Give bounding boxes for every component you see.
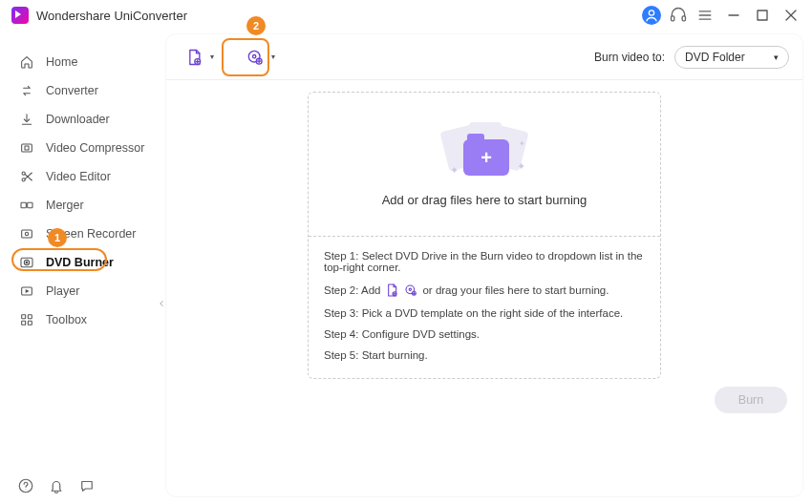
- annotation-badge-1: 1: [48, 228, 67, 247]
- close-button[interactable]: [781, 6, 801, 25]
- burn-to-label: Burn video to:: [594, 51, 665, 64]
- svg-rect-10: [22, 144, 32, 152]
- download-icon: [19, 112, 34, 127]
- svg-point-27: [26, 489, 27, 490]
- svg-rect-1: [672, 16, 674, 21]
- sidebar-item-home[interactable]: Home: [0, 48, 162, 76]
- maximize-button[interactable]: [753, 6, 772, 25]
- sidebar-item-label: Toolbox: [46, 313, 87, 326]
- chevron-down-icon[interactable]: ▾: [271, 52, 275, 61]
- titlebar: Wondershare UniConverter: [0, 0, 812, 31]
- sidebar-item-label: Player: [46, 284, 79, 298]
- add-file-icon: [384, 283, 399, 298]
- sidebar-item-downloader[interactable]: Downloader: [0, 105, 162, 134]
- sidebar-item-player[interactable]: Player: [0, 277, 162, 305]
- merger-icon: [19, 198, 34, 213]
- svg-rect-23: [28, 315, 32, 319]
- sidebar-item-toolbox[interactable]: Toolbox: [0, 305, 162, 334]
- dropzone-steps: Step 1: Select DVD Drive in the Burn vid…: [309, 236, 660, 378]
- app-title: Wondershare UniConverter: [36, 9, 187, 23]
- svg-rect-16: [22, 230, 32, 238]
- footer: Burn: [166, 379, 802, 421]
- minimize-button[interactable]: [724, 6, 743, 25]
- sidebar: Home Converter Downloader Video Compress…: [0, 31, 162, 504]
- converter-icon: [19, 83, 34, 98]
- chevron-down-icon[interactable]: ▾: [210, 52, 214, 61]
- svg-point-17: [25, 232, 28, 235]
- toolbar: ▾ ▾ Burn video to: DVD Folder ▾: [166, 34, 802, 80]
- chevron-down-icon: ▾: [774, 52, 779, 62]
- add-disc-button[interactable]: [241, 43, 269, 72]
- svg-point-34: [410, 288, 412, 290]
- sidebar-item-label: Converter: [46, 84, 98, 97]
- sidebar-item-label: Video Compressor: [46, 141, 144, 155]
- svg-rect-11: [25, 146, 29, 150]
- burn-button[interactable]: Burn: [715, 387, 787, 413]
- svg-rect-2: [682, 16, 685, 21]
- svg-rect-25: [28, 321, 32, 325]
- annotation-badge-2: 2: [246, 16, 266, 35]
- svg-point-0: [649, 10, 653, 15]
- step-4: Step 4: Configure DVD settings.: [324, 328, 645, 340]
- recorder-icon: [19, 226, 34, 242]
- feedback-icon[interactable]: [78, 477, 96, 494]
- burn-to-value: DVD Folder: [685, 51, 745, 64]
- user-account-icon[interactable]: [642, 6, 661, 25]
- home-icon: [19, 54, 34, 70]
- svg-rect-22: [22, 315, 26, 319]
- sidebar-item-compressor[interactable]: Video Compressor: [0, 134, 162, 162]
- svg-point-20: [26, 262, 28, 263]
- svg-rect-7: [758, 10, 767, 20]
- help-icon[interactable]: [17, 477, 34, 494]
- app-logo-icon: [11, 7, 29, 24]
- dvd-burner-icon: [19, 255, 34, 270]
- sidebar-item-label: DVD Burner: [46, 256, 114, 269]
- sidebar-item-converter[interactable]: Converter: [0, 76, 162, 105]
- sidebar-item-label: Video Editor: [46, 170, 111, 183]
- menu-icon[interactable]: [695, 6, 715, 25]
- step-1: Step 1: Select DVD Drive in the Burn vid…: [324, 250, 645, 273]
- sidebar-item-merger[interactable]: Merger: [0, 191, 162, 220]
- svg-rect-14: [21, 202, 26, 207]
- support-headset-icon[interactable]: [669, 6, 688, 25]
- toolbox-icon: [19, 312, 34, 327]
- add-file-button[interactable]: [180, 43, 208, 72]
- svg-rect-15: [28, 202, 32, 207]
- svg-rect-24: [22, 321, 26, 325]
- notification-bell-icon[interactable]: [48, 477, 65, 494]
- player-icon: [19, 284, 34, 299]
- dropzone-headline: Add or drag files here to start burning: [382, 193, 588, 207]
- step-3: Step 3: Pick a DVD template on the right…: [324, 307, 645, 319]
- dropzone[interactable]: + ✦✦✦ Add or drag files here to start bu…: [308, 92, 661, 379]
- step-5: Step 5: Start burning.: [324, 349, 645, 361]
- burn-to-dropdown[interactable]: DVD Folder ▾: [674, 46, 789, 69]
- add-folder-illustration-icon: + ✦✦✦: [437, 122, 532, 179]
- sidebar-item-recorder[interactable]: Screen Recorder: [0, 220, 162, 248]
- sidebar-item-label: Home: [46, 55, 77, 69]
- step-2: Step 2: Add or drag your files here to s…: [324, 283, 645, 298]
- sidebar-item-label: Merger: [46, 199, 84, 212]
- compressor-icon: [19, 140, 34, 156]
- sidebar-item-dvd-burner[interactable]: DVD Burner: [0, 248, 162, 277]
- sidebar-collapse-handle[interactable]: [157, 296, 166, 311]
- sidebar-item-label: Downloader: [46, 113, 110, 126]
- add-disc-icon: [403, 283, 418, 298]
- svg-point-30: [253, 54, 256, 57]
- scissors-icon: [19, 169, 34, 184]
- sidebar-item-editor[interactable]: Video Editor: [0, 162, 162, 191]
